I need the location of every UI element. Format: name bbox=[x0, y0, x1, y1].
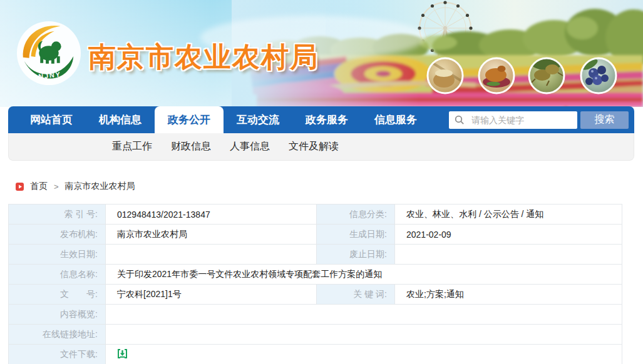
info-name-label: 信息名称: bbox=[9, 265, 106, 285]
breadcrumb-home[interactable]: 首页 bbox=[30, 181, 48, 192]
publisher-value: 南京市农业农村局 bbox=[106, 225, 317, 245]
repeal-date-label: 废止日期: bbox=[317, 245, 395, 265]
effective-date-value bbox=[106, 245, 317, 265]
table-row: 内容概览: bbox=[9, 305, 622, 325]
keywords-label: 关 键 词: bbox=[317, 285, 395, 305]
publisher-label: 发布机构: bbox=[9, 225, 106, 245]
table-row: 信息名称: 关于印发2021年市委一号文件农业农村领域专项配套工作方案的通知 bbox=[9, 265, 622, 285]
download-link[interactable] bbox=[117, 348, 128, 359]
info-name-value: 关于印发2021年市委一号文件农业农村领域专项配套工作方案的通知 bbox=[106, 265, 622, 285]
publish-date-label: 生成日期: bbox=[317, 225, 395, 245]
table-row: 索 引 号: 012948413/2021-13847 信息分类: 农业、林业、… bbox=[9, 205, 622, 225]
site-logo[interactable]: NJNY bbox=[15, 19, 83, 87]
search-button[interactable]: 搜索 bbox=[580, 111, 629, 129]
main-nav: 网站首页 机构信息 政务公开 互动交流 政务服务 信息服务 搜索 bbox=[8, 106, 634, 133]
site-banner: NJNY 南京市农业农村局 bbox=[0, 0, 643, 107]
subnav-item-key-work[interactable]: 重点工作 bbox=[112, 140, 152, 153]
table-row: 发布机构: 南京市农业农村局 生成日期: 2021-02-09 bbox=[9, 225, 622, 245]
nav-item-interaction[interactable]: 互动交流 bbox=[224, 106, 292, 133]
table-row: 在线链接地址: bbox=[9, 325, 622, 345]
site-title: 南京市农业农村局 bbox=[88, 39, 319, 76]
nav-item-org-info[interactable]: 机构信息 bbox=[86, 106, 155, 133]
download-icon bbox=[117, 348, 128, 359]
nav-item-info-services[interactable]: 信息服务 bbox=[361, 106, 430, 133]
nav-item-gov-services[interactable]: 政务服务 bbox=[292, 106, 361, 133]
search-input[interactable] bbox=[470, 114, 573, 126]
file-download-cell bbox=[106, 345, 622, 364]
sub-nav: 重点工作 财政信息 人事信息 文件及解读 bbox=[8, 133, 634, 161]
doc-number-label: 文 号: bbox=[9, 285, 106, 305]
food-photo-grain bbox=[428, 58, 463, 93]
online-link-value bbox=[106, 325, 622, 345]
online-link-label: 在线链接地址: bbox=[9, 325, 106, 345]
content-overview-label: 内容概览: bbox=[9, 305, 106, 325]
nav-item-gov-disclosure[interactable]: 政务公开 bbox=[155, 106, 224, 133]
category-value: 农业、林业、水利 / 公示公告 / 通知 bbox=[395, 205, 622, 225]
subnav-item-personnel-info[interactable]: 人事信息 bbox=[230, 140, 270, 153]
breadcrumb-current: 南京市农业农村局 bbox=[65, 181, 135, 192]
keywords-value: 农业;方案;通知 bbox=[395, 285, 622, 305]
subnav-item-documents[interactable]: 文件及解读 bbox=[289, 140, 339, 153]
table-row: 文 号: 宁农科[2021]1号 关 键 词: 农业;方案;通知 bbox=[9, 285, 622, 305]
doc-number-value: 宁农科[2021]1号 bbox=[106, 285, 317, 305]
breadcrumb: 首页 > 南京市农业农村局 bbox=[16, 181, 135, 192]
food-photo-crab bbox=[529, 58, 564, 93]
effective-date-label: 生效日期: bbox=[9, 245, 106, 265]
nav-item-home[interactable]: 网站首页 bbox=[17, 106, 86, 133]
breadcrumb-separator: > bbox=[54, 182, 59, 191]
publish-date-value: 2021-02-09 bbox=[395, 225, 622, 245]
logo-emblem-icon: NJNY bbox=[15, 19, 83, 87]
info-table: 索 引 号: 012948413/2021-13847 信息分类: 农业、林业、… bbox=[8, 204, 622, 364]
content-overview-value bbox=[106, 305, 622, 325]
breadcrumb-marker-icon bbox=[16, 183, 24, 191]
table-row: 生效日期: 废止日期: bbox=[9, 245, 622, 265]
repeal-date-value bbox=[395, 245, 622, 265]
food-photo-duck bbox=[479, 58, 514, 93]
table-row: 文件下载: bbox=[9, 345, 622, 364]
index-number-label: 索 引 号: bbox=[9, 205, 106, 225]
search-box: 搜索 bbox=[449, 106, 629, 133]
category-label: 信息分类: bbox=[317, 205, 395, 225]
search-icon bbox=[455, 115, 465, 125]
search-field bbox=[449, 111, 577, 129]
file-download-label: 文件下载: bbox=[9, 345, 106, 364]
subnav-item-fiscal-info[interactable]: 财政信息 bbox=[171, 140, 211, 153]
index-number-value: 012948413/2021-13847 bbox=[106, 205, 317, 225]
nav-container: 网站首页 机构信息 政务公开 互动交流 政务服务 信息服务 搜索 重点工作 财政… bbox=[8, 106, 634, 161]
